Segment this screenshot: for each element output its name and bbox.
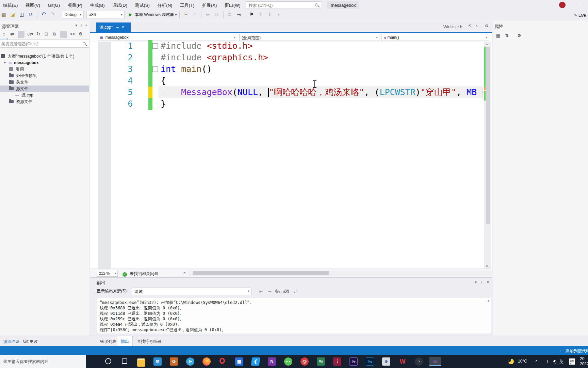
menu-project[interactable]: 项目(P)	[64, 0, 85, 10]
tab-output[interactable]: 输出	[117, 336, 133, 347]
panel-dropdown-icon[interactable]: ▾	[75, 23, 77, 27]
menu-view[interactable]: 视图(V)	[22, 0, 43, 10]
tree-item-source-files[interactable]: 源文件	[0, 86, 89, 92]
menu-extensions[interactable]: 扩展(X)	[199, 0, 220, 10]
scrollbar-thumb[interactable]	[486, 47, 490, 224]
pin-icon[interactable]: ⊤	[80, 23, 83, 27]
menu-tools[interactable]: 工具(T)	[177, 0, 198, 10]
pin-icon[interactable]: ⊸	[116, 26, 119, 29]
menu-edit[interactable]: 编辑(E)	[0, 0, 21, 10]
switch-views-icon[interactable]: ⇄	[9, 31, 16, 36]
output-source-dropdown[interactable]: 调试 ▾	[132, 288, 251, 295]
breakpoint-margin[interactable]	[98, 42, 111, 269]
tree-item-references[interactable]: 引用	[0, 66, 89, 73]
orange-g-app-icon[interactable]: G	[169, 357, 178, 366]
add-to-source-control-button[interactable]: 添加到源代码管理	[566, 348, 588, 354]
bookmark-icon[interactable]: ⚑	[248, 11, 256, 18]
code-line-4[interactable]: {	[161, 75, 166, 87]
project-scope-dropdown[interactable]: ⊞ messagebox▾	[98, 34, 237, 41]
editor-vertical-scrollbar[interactable]: ▲ ▼	[484, 42, 491, 269]
menu-analyze[interactable]: 分析(N)	[154, 0, 175, 10]
start-debugging-button[interactable]: ▶ 本地 Windows 调试器 ▾	[129, 11, 177, 18]
tray-chevron-icon[interactable]: ∧	[535, 358, 538, 368]
find-message-prev-icon[interactable]: ⇤	[257, 289, 265, 294]
redo-icon[interactable]: ↷	[49, 10, 56, 18]
collapse-all-icon[interactable]: ⊟	[43, 31, 50, 36]
minimize-button[interactable]: —	[577, 1, 587, 10]
code-line-6[interactable]: }	[161, 98, 166, 110]
indent-icon[interactable]: ⇥	[235, 11, 243, 18]
tab-find-symbol-results[interactable]: 查找符号结果	[133, 336, 165, 347]
onenote-icon[interactable]: N	[267, 357, 276, 366]
vscode-icon[interactable]: ❮	[251, 357, 260, 366]
go-to-message-icon[interactable]: �qued	[275, 289, 282, 294]
open-folder-icon[interactable]: ◪	[9, 11, 16, 18]
wps-icon[interactable]: W	[398, 357, 407, 366]
opera-icon[interactable]	[218, 357, 227, 366]
cortana-icon[interactable]	[104, 357, 113, 366]
weather-temperature[interactable]: 10°C	[518, 359, 527, 368]
bookmark-next-icon[interactable]: ⇟	[266, 11, 274, 18]
file-explorer-icon[interactable]	[137, 357, 146, 366]
pending-changes-icon[interactable]: ◷▾	[27, 31, 34, 36]
word-wrap-icon[interactable]: ⏎	[292, 289, 299, 294]
menu-window[interactable]: 窗口(W)	[222, 0, 244, 10]
home-icon[interactable]: ⌂	[1, 31, 7, 36]
code-line-5[interactable]: MessageBox(NULL, "啊哈哈哈哈，鸡汤来咯", (LPCWSTR)…	[161, 87, 483, 98]
setup-wizard-icon[interactable]: ⚙	[382, 357, 391, 366]
calculator-icon[interactable]: ▦	[235, 357, 244, 366]
line-list-icon[interactable]: ≣	[226, 11, 233, 18]
solution-search-input[interactable]: 案资源管理器(Ctrl+;)	[0, 40, 89, 48]
wechat-icon[interactable]: ● ●	[284, 357, 293, 366]
photoshop-icon[interactable]: Ps	[365, 357, 374, 366]
close-icon[interactable]: ×	[85, 23, 87, 27]
tree-item-source-cpp[interactable]: ++ 源.cpp	[0, 92, 89, 98]
output-log[interactable]: “messagebox.exe”(Win32): 已加载“C:\Windows\…	[97, 298, 491, 334]
ime-pinyin-icon[interactable]: 拼	[569, 358, 575, 368]
chevron-down-icon[interactable]: ▾	[4, 60, 7, 66]
user-avatar[interactable]	[559, 2, 566, 8]
quick-search-input[interactable]: 搜索 (Ctrl+Q)	[246, 1, 321, 9]
document-health-indicator[interactable]: ✓ 未找到相关问题	[122, 271, 158, 277]
weather-moon-icon[interactable]	[508, 359, 514, 368]
function-dropdown[interactable]: ◈ main()▾	[381, 34, 489, 41]
properties-icon[interactable]: ⚙	[77, 31, 84, 36]
code-line-1[interactable]: #include <stdio.h>	[161, 40, 253, 52]
firefox-icon[interactable]	[202, 357, 211, 366]
tree-item-external-deps[interactable]: 外部依赖项	[0, 73, 89, 79]
tree-item-resource-files[interactable]: 资源文件	[0, 98, 89, 105]
telegram-icon[interactable]: ➤	[186, 357, 195, 366]
configuration-dropdown[interactable]: Debug▾	[62, 11, 84, 18]
task-view-icon[interactable]	[120, 357, 129, 366]
show-code-icon[interactable]: <>	[69, 31, 76, 36]
close-icon[interactable]: ×	[487, 280, 489, 285]
volume-icon[interactable]: )	[551, 359, 556, 368]
browse-find-icon[interactable]: ⌸	[182, 11, 190, 18]
zoom-level-dropdown[interactable]: 212 %▾	[97, 270, 118, 277]
tab-error-list[interactable]: 错误列表	[97, 336, 120, 347]
hscroll-left-icon[interactable]: ◄	[183, 271, 186, 274]
menu-git[interactable]: Git(G)	[45, 0, 63, 11]
gear-icon[interactable]: ⚙	[485, 24, 489, 28]
menu-debug[interactable]: 调试(D)	[109, 0, 130, 10]
save-icon[interactable]: ◫	[18, 11, 26, 18]
ime-language[interactable]: 英	[559, 359, 564, 368]
refresh-icon[interactable]: ↻	[35, 31, 42, 36]
code-line-3[interactable]: int main()	[161, 63, 212, 75]
live-share-button[interactable]: ✎ Live	[574, 13, 586, 18]
save-all-icon[interactable]: ⧉	[27, 11, 34, 18]
wrench-icon[interactable]: ⚙	[516, 33, 523, 38]
close-icon[interactable]: ×	[475, 24, 478, 28]
mail-icon[interactable]: ✉	[153, 357, 162, 366]
scroll-up-icon[interactable]: ▲	[487, 299, 490, 302]
copy-code-icon[interactable]: ⧉	[213, 11, 220, 18]
tree-item-project[interactable]: ▾ ⊞ messagebox	[0, 60, 89, 66]
tab-source-cpp-active[interactable]: 源.cpp* ⊸ ×	[96, 22, 131, 32]
scroll-down-icon[interactable]: ▼	[485, 264, 489, 268]
red-stripes-app-icon[interactable]: ⫶	[333, 357, 342, 366]
scrollbar-thumb[interactable]	[193, 271, 329, 275]
red-spiral-app-icon[interactable]: @	[300, 357, 309, 366]
fold-collapse-icon[interactable]: -	[152, 43, 158, 49]
copy-icon[interactable]: ⧉	[51, 31, 58, 37]
promote-tab-icon[interactable]: ⇱	[469, 24, 472, 28]
